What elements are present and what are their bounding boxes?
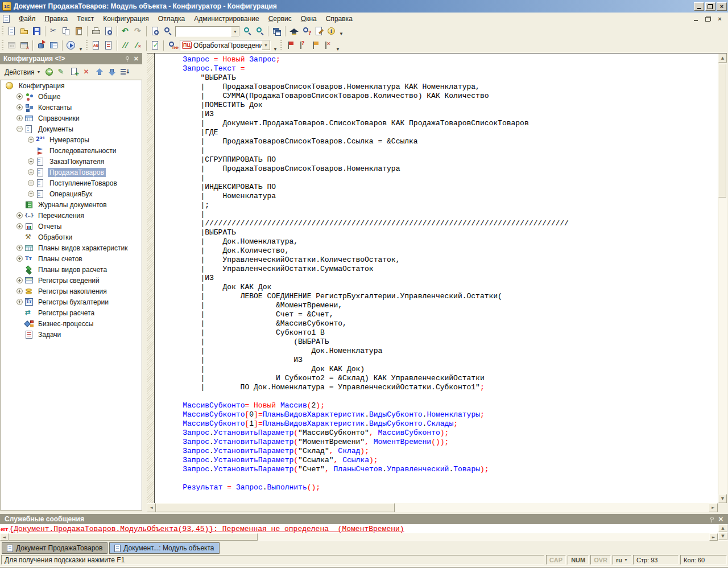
expander-icon[interactable] — [16, 212, 23, 219]
move-up-button[interactable] — [93, 66, 106, 78]
messages-vertical-scrollbar[interactable]: ▲ ▼ — [718, 524, 727, 541]
bookmark-help-button[interactable] — [297, 39, 309, 51]
toolbar-overflow-icon[interactable]: ▼ — [338, 31, 345, 38]
add-button[interactable] — [43, 66, 56, 78]
toolbar-overflow-icon[interactable]: ▼ — [334, 47, 341, 53]
menu-configuration[interactable]: Конфигурация — [98, 14, 154, 24]
mdi-minimize-button[interactable] — [691, 15, 701, 23]
tree-item-documents[interactable]: Документы — [1, 124, 142, 134]
open-configuration-button[interactable] — [6, 39, 18, 51]
open-file-button[interactable] — [18, 26, 31, 38]
show-templates-button[interactable] — [102, 39, 115, 51]
window-tab-1[interactable]: Документ ПродажаТоваров — [2, 542, 107, 554]
window-tab-2[interactable]: Документ...: Модуль объекта — [109, 542, 219, 554]
close-configuration-button[interactable] — [18, 39, 31, 51]
scroll-right-button[interactable]: ► — [709, 533, 718, 541]
new-document-button[interactable] — [6, 26, 18, 38]
expander-icon[interactable] — [16, 115, 23, 121]
expander-icon[interactable] — [28, 137, 34, 143]
configuration-details-button[interactable] — [48, 39, 60, 51]
child-window-icon[interactable] — [3, 15, 10, 23]
scroll-up-button[interactable]: ▲ — [718, 524, 727, 532]
expander-icon[interactable] — [16, 277, 23, 283]
tree-item-chart-of-calculation-types[interactable]: Планы видов расчета — [1, 264, 142, 275]
search-combo-dropdown-icon[interactable]: ▼ — [231, 27, 239, 36]
tree-item-chart-of-characteristic-types[interactable]: Планы видов характеристик — [1, 242, 142, 253]
menu-help[interactable]: Справка — [321, 14, 357, 24]
syntax-assistant-button[interactable] — [288, 26, 300, 38]
pin-icon[interactable] — [125, 56, 129, 62]
scroll-track[interactable] — [395, 503, 709, 512]
print-button[interactable] — [90, 26, 102, 38]
error-message[interactable]: err{Документ.ПродажаТоваров.МодульОбъект… — [0, 524, 728, 533]
menu-file[interactable]: Файл — [14, 14, 40, 24]
scroll-left-button[interactable]: ◄ — [147, 503, 156, 512]
panel-close-icon[interactable]: ✕ — [134, 56, 139, 62]
set-bookmark-button[interactable] — [284, 39, 297, 51]
move-down-button[interactable] — [106, 66, 118, 78]
tree-item-accounting-registers[interactable]: Регистры бухгалтерии — [1, 297, 142, 307]
tree-item-sequences[interactable]: Последовательности — [1, 145, 142, 156]
next-bookmark-button[interactable] — [309, 39, 322, 51]
expander-icon[interactable] — [16, 104, 23, 110]
menu-administration[interactable]: Администрирование — [189, 14, 263, 24]
expander-icon[interactable] — [16, 256, 23, 262]
menu-text[interactable]: Текст — [72, 14, 98, 24]
procedures-functions-button[interactable] — [166, 39, 179, 51]
tree-item-configuration-root[interactable]: Конфигурация — [1, 80, 142, 91]
copy-window-button[interactable] — [271, 26, 283, 38]
tree-item-zakaz-pokupatelya[interactable]: ЗаказПокупателя — [1, 156, 142, 167]
add-copy-button[interactable] — [68, 66, 81, 78]
expander-icon[interactable] — [16, 126, 23, 132]
messages-horizontal-scrollbar[interactable]: ◄ ► — [0, 533, 718, 541]
find-in-texts-button[interactable] — [149, 26, 162, 38]
scroll-up-button[interactable]: ▲ — [718, 53, 727, 63]
scroll-thumb[interactable] — [156, 503, 395, 512]
tree-item-reports[interactable]: Отчеты — [1, 221, 142, 232]
close-button[interactable]: × — [717, 2, 727, 11]
expander-icon[interactable] — [28, 191, 34, 197]
expander-icon[interactable] — [16, 288, 23, 294]
start-debugging-button[interactable] — [65, 39, 77, 51]
scroll-thumb[interactable] — [718, 64, 726, 197]
expander-icon[interactable] — [28, 180, 34, 186]
actions-menu-button[interactable]: Действия ▼ — [2, 67, 43, 77]
toolbar-overflow-icon[interactable]: ▼ — [272, 47, 279, 53]
expander-icon[interactable] — [28, 158, 34, 164]
about-button[interactable] — [325, 26, 338, 38]
tree-item-enums[interactable]: Перечисления — [1, 210, 142, 221]
tree-item-chart-of-accounts[interactable]: Планы счетов — [1, 253, 142, 264]
find-button[interactable] — [162, 26, 174, 38]
pin-icon[interactable] — [709, 516, 714, 522]
search-input[interactable] — [176, 27, 231, 36]
tree-item-common[interactable]: Общие — [1, 91, 142, 102]
cut-button[interactable] — [48, 26, 60, 38]
tree-item-constants[interactable]: Константы — [1, 102, 142, 113]
menu-debug[interactable]: Отладка — [154, 14, 189, 24]
toolbar-overflow-icon[interactable]: ▼ — [77, 47, 84, 53]
editor-horizontal-scrollbar[interactable]: ◄ ► — [147, 503, 718, 512]
minimize-button[interactable] — [694, 2, 704, 11]
tree-item-tasks[interactable]: Задачи — [1, 329, 142, 340]
find-next-button[interactable] — [241, 26, 254, 38]
clear-bookmarks-button[interactable] — [322, 39, 334, 51]
tree-item-document-journals[interactable]: Журналы документов — [1, 199, 142, 210]
tree-item-postuplenie-tovarov[interactable]: ПоступлениеТоваров — [1, 178, 142, 188]
editor-gutter[interactable] — [147, 53, 155, 503]
mdi-restore-button[interactable] — [703, 15, 713, 23]
menu-service[interactable]: Сервис — [264, 14, 296, 24]
tree-item-operaciya-buh[interactable]: ОперацияБух — [1, 188, 142, 199]
language-indicator[interactable]: ru▼ — [613, 555, 631, 565]
messages-close-icon[interactable]: ✕ — [718, 516, 723, 522]
delete-button[interactable] — [81, 66, 93, 78]
code-editor[interactable]: Запрос = Новый Запрос; Запрос.Текст = "В… — [155, 53, 718, 503]
edit-button[interactable] — [56, 66, 68, 78]
expander-icon[interactable] — [16, 93, 23, 100]
tree-item-accumulation-registers[interactable]: Регистры накопления — [1, 286, 142, 297]
tree-item-calculation-registers[interactable]: Регистры расчета — [1, 307, 142, 318]
undo-button[interactable] — [119, 26, 132, 38]
tree-item-business-processes[interactable]: Бизнес-процессы — [1, 318, 142, 329]
scroll-right-button[interactable]: ► — [709, 503, 718, 512]
print-preview-button[interactable] — [102, 26, 115, 38]
scroll-track[interactable] — [718, 63, 727, 494]
